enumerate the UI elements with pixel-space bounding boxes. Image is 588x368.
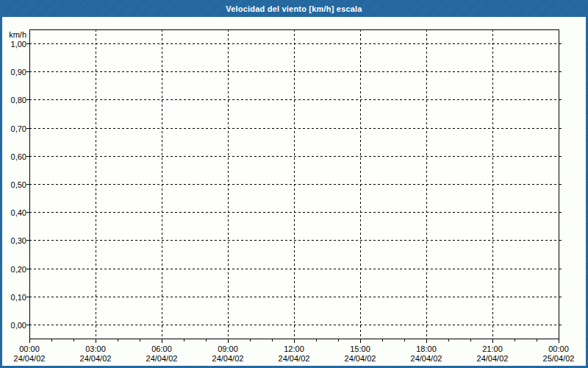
x-tick-label-time: 00:00 (533, 344, 584, 354)
x-tick-label-date: 24/04/02 (70, 354, 121, 364)
x-tick-label: 06:0024/04/02 (136, 344, 187, 364)
x-tick-label: 18:0024/04/02 (401, 344, 452, 364)
x-tick-label-date: 24/04/02 (136, 354, 187, 364)
x-tick-label-date: 25/04/02 (533, 354, 584, 364)
y-tick-label: 0,20 (4, 265, 26, 274)
y-axis-unit-label: km/h (2, 30, 26, 39)
x-tick-label-date: 24/04/02 (4, 354, 55, 364)
x-tick-label: 15:0024/04/02 (334, 344, 386, 364)
x-tick-label: 03:0024/04/02 (70, 344, 121, 364)
y-tick-label: 0,80 (4, 96, 26, 105)
plot-grid (2, 17, 586, 366)
x-tick-label-time: 21:00 (467, 344, 518, 354)
y-tick-label: 0,90 (4, 68, 26, 77)
x-tick-label-date: 24/04/02 (202, 354, 254, 364)
x-tick-label: 09:0024/04/02 (202, 344, 254, 364)
x-tick-label-time: 00:00 (4, 344, 55, 354)
x-tick-label-time: 12:00 (268, 344, 320, 354)
y-tick-label: 0,60 (4, 152, 26, 161)
title-bar: Velocidad del viento [km/h] escala (0, 0, 588, 17)
chart-window: Velocidad del viento [km/h] escala km/h … (0, 0, 588, 368)
x-tick-label-date: 24/04/02 (467, 354, 518, 364)
y-tick-label: 0,40 (4, 208, 26, 217)
x-tick-label-time: 03:00 (70, 344, 121, 354)
x-tick-label-time: 09:00 (202, 344, 254, 354)
x-tick-label: 00:0025/04/02 (533, 344, 584, 364)
x-tick-label: 00:0024/04/02 (4, 344, 55, 364)
x-tick-label: 21:0024/04/02 (467, 344, 518, 364)
y-tick-label: 0,10 (4, 293, 26, 302)
y-tick-label: 1,00 (4, 40, 26, 49)
y-tick-label: 0,70 (4, 124, 26, 133)
x-tick-label-date: 24/04/02 (334, 354, 386, 364)
chart-area: km/h 1,000,900,800,700,600,500,400,300,2… (2, 17, 586, 366)
y-tick-label: 0,50 (4, 180, 26, 189)
x-tick-label-date: 24/04/02 (401, 354, 452, 364)
x-tick-label-time: 06:00 (136, 344, 187, 354)
x-tick-label: 12:0024/04/02 (268, 344, 320, 364)
chart-title: Velocidad del viento [km/h] escala (226, 4, 362, 13)
y-tick-label: 0,00 (4, 321, 26, 330)
x-tick-label-date: 24/04/02 (268, 354, 320, 364)
y-tick-label: 0,30 (4, 236, 26, 245)
x-tick-label-time: 18:00 (401, 344, 452, 354)
x-tick-label-time: 15:00 (334, 344, 386, 354)
